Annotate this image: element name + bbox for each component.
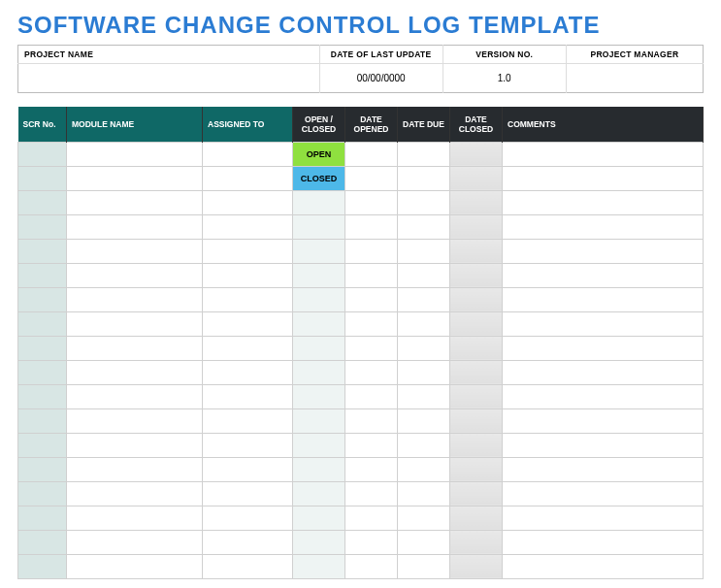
cell-assigned-to[interactable] xyxy=(203,408,293,433)
cell-comments[interactable] xyxy=(503,506,704,530)
cell-status[interactable] xyxy=(293,457,345,481)
cell-module-name[interactable] xyxy=(67,433,203,457)
cell-date-opened[interactable] xyxy=(345,336,398,360)
cell-scr-no[interactable] xyxy=(18,457,67,481)
cell-module-name[interactable] xyxy=(67,384,203,408)
cell-module-name[interactable] xyxy=(67,166,203,190)
cell-comments[interactable] xyxy=(503,239,704,263)
cell-date-closed[interactable] xyxy=(450,384,503,408)
cell-date-opened[interactable] xyxy=(345,554,398,578)
cell-date-closed[interactable] xyxy=(450,408,503,433)
cell-date-opened[interactable] xyxy=(345,311,398,336)
cell-module-name[interactable] xyxy=(67,457,203,481)
cell-module-name[interactable] xyxy=(67,239,203,263)
cell-comments[interactable] xyxy=(503,190,704,214)
cell-date-opened[interactable] xyxy=(345,384,398,408)
cell-date-due[interactable] xyxy=(398,530,450,554)
cell-status[interactable] xyxy=(293,214,345,239)
cell-date-due[interactable] xyxy=(398,287,450,311)
cell-status[interactable] xyxy=(293,481,345,506)
cell-date-due[interactable] xyxy=(398,166,450,190)
cell-module-name[interactable] xyxy=(67,554,203,578)
cell-module-name[interactable] xyxy=(67,481,203,506)
cell-module-name[interactable] xyxy=(67,263,203,287)
cell-scr-no[interactable] xyxy=(18,263,67,287)
cell-date-closed[interactable] xyxy=(450,530,503,554)
cell-status[interactable] xyxy=(293,263,345,287)
cell-scr-no[interactable] xyxy=(18,554,67,578)
cell-assigned-to[interactable] xyxy=(203,530,293,554)
cell-comments[interactable] xyxy=(503,214,704,239)
cell-comments[interactable] xyxy=(503,554,704,578)
cell-comments[interactable] xyxy=(503,311,704,336)
cell-date-opened[interactable] xyxy=(345,457,398,481)
cell-assigned-to[interactable] xyxy=(203,239,293,263)
cell-assigned-to[interactable] xyxy=(203,166,293,190)
cell-date-opened[interactable] xyxy=(345,481,398,506)
cell-status[interactable] xyxy=(293,433,345,457)
cell-comments[interactable] xyxy=(503,360,704,384)
cell-date-opened[interactable] xyxy=(345,360,398,384)
cell-module-name[interactable] xyxy=(67,408,203,433)
cell-status[interactable]: OPEN xyxy=(293,142,345,166)
cell-assigned-to[interactable] xyxy=(203,263,293,287)
cell-date-due[interactable] xyxy=(398,311,450,336)
cell-date-closed[interactable] xyxy=(450,311,503,336)
cell-date-due[interactable] xyxy=(398,481,450,506)
cell-status[interactable]: CLOSED xyxy=(293,166,345,190)
cell-date-closed[interactable] xyxy=(450,336,503,360)
cell-date-opened[interactable] xyxy=(345,190,398,214)
cell-assigned-to[interactable] xyxy=(203,142,293,166)
cell-status[interactable] xyxy=(293,336,345,360)
cell-date-closed[interactable] xyxy=(450,239,503,263)
cell-module-name[interactable] xyxy=(67,142,203,166)
cell-date-due[interactable] xyxy=(398,214,450,239)
cell-assigned-to[interactable] xyxy=(203,287,293,311)
cell-date-due[interactable] xyxy=(398,142,450,166)
cell-date-due[interactable] xyxy=(398,433,450,457)
cell-assigned-to[interactable] xyxy=(203,190,293,214)
cell-assigned-to[interactable] xyxy=(203,457,293,481)
cell-date-opened[interactable] xyxy=(345,433,398,457)
cell-date-opened[interactable] xyxy=(345,408,398,433)
cell-module-name[interactable] xyxy=(67,214,203,239)
cell-date-opened[interactable] xyxy=(345,506,398,530)
cell-comments[interactable] xyxy=(503,384,704,408)
cell-comments[interactable] xyxy=(503,142,704,166)
cell-date-closed[interactable] xyxy=(450,554,503,578)
cell-assigned-to[interactable] xyxy=(203,214,293,239)
cell-date-due[interactable] xyxy=(398,263,450,287)
cell-comments[interactable] xyxy=(503,530,704,554)
cell-status[interactable] xyxy=(293,360,345,384)
cell-scr-no[interactable] xyxy=(18,214,67,239)
cell-scr-no[interactable] xyxy=(18,166,67,190)
cell-assigned-to[interactable] xyxy=(203,311,293,336)
cell-date-closed[interactable] xyxy=(450,263,503,287)
cell-date-due[interactable] xyxy=(398,336,450,360)
cell-scr-no[interactable] xyxy=(18,408,67,433)
cell-date-due[interactable] xyxy=(398,554,450,578)
cell-module-name[interactable] xyxy=(67,311,203,336)
cell-status[interactable] xyxy=(293,384,345,408)
cell-comments[interactable] xyxy=(503,166,704,190)
cell-date-due[interactable] xyxy=(398,190,450,214)
meta-value-project-manager[interactable] xyxy=(566,64,703,93)
cell-scr-no[interactable] xyxy=(18,384,67,408)
cell-assigned-to[interactable] xyxy=(203,433,293,457)
cell-status[interactable] xyxy=(293,287,345,311)
cell-date-closed[interactable] xyxy=(450,190,503,214)
meta-value-project-name[interactable] xyxy=(18,64,320,93)
cell-scr-no[interactable] xyxy=(18,506,67,530)
cell-scr-no[interactable] xyxy=(18,530,67,554)
cell-comments[interactable] xyxy=(503,336,704,360)
cell-assigned-to[interactable] xyxy=(203,360,293,384)
cell-date-due[interactable] xyxy=(398,239,450,263)
cell-date-due[interactable] xyxy=(398,408,450,433)
cell-assigned-to[interactable] xyxy=(203,481,293,506)
cell-date-closed[interactable] xyxy=(450,360,503,384)
cell-date-opened[interactable] xyxy=(345,142,398,166)
cell-scr-no[interactable] xyxy=(18,433,67,457)
cell-scr-no[interactable] xyxy=(18,287,67,311)
cell-date-closed[interactable] xyxy=(450,166,503,190)
cell-scr-no[interactable] xyxy=(18,190,67,214)
